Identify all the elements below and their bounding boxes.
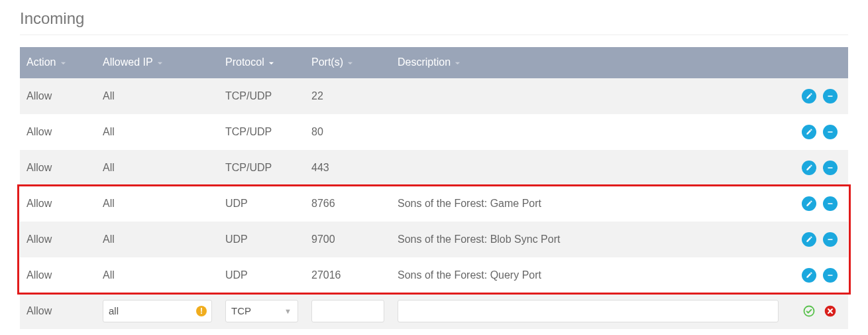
- table-row: Allow All UDP 9700 Sons of the Forest: B…: [20, 222, 848, 257]
- cell-action: Allow: [20, 78, 96, 114]
- cell-ip: All: [96, 150, 219, 186]
- description-input[interactable]: [398, 300, 779, 322]
- cell-description: Sons of the Forest: Game Port: [391, 186, 785, 222]
- cell-ports: 22: [305, 78, 391, 114]
- cell-ports: 27016: [305, 257, 391, 293]
- edit-button[interactable]: [802, 125, 816, 139]
- cell-protocol: TCP/UDP: [219, 150, 305, 186]
- remove-button[interactable]: [823, 89, 838, 103]
- section-title: Incoming: [20, 7, 848, 35]
- svg-rect-4: [828, 239, 833, 240]
- col-header-ports[interactable]: Port(s): [305, 47, 391, 78]
- cell-action: Allow: [20, 222, 96, 257]
- col-header-description-label: Description: [398, 56, 451, 68]
- caret-down-icon: [268, 57, 274, 69]
- firewall-table-wrapper: Action Allowed IP Protocol Port(s): [20, 47, 848, 329]
- cell-ip: All: [96, 114, 219, 150]
- cancel-button[interactable]: [823, 304, 838, 318]
- cell-ip: All: [96, 78, 219, 114]
- cell-action: Allow: [20, 293, 96, 329]
- edit-button[interactable]: [802, 161, 816, 175]
- remove-button[interactable]: [823, 125, 838, 139]
- remove-button[interactable]: [823, 161, 838, 175]
- cell-ports: 8766: [305, 186, 391, 222]
- remove-button[interactable]: [823, 196, 838, 211]
- cell-ports: 9700: [305, 222, 391, 257]
- remove-button[interactable]: [823, 232, 838, 247]
- col-header-action-label: Action: [27, 56, 56, 68]
- cell-ports: 443: [305, 150, 391, 186]
- col-header-actions: [785, 47, 848, 78]
- cell-action: Allow: [20, 114, 96, 150]
- table-row: Allow All TCP/UDP 80: [20, 114, 848, 150]
- cell-ip: All: [96, 186, 219, 222]
- cell-ip: All: [96, 222, 219, 257]
- svg-rect-5: [828, 275, 833, 276]
- cell-protocol: TCP/UDP: [219, 114, 305, 150]
- edit-button[interactable]: [802, 89, 816, 103]
- table-header-row: Action Allowed IP Protocol Port(s): [20, 47, 848, 78]
- caret-down-icon: [455, 57, 461, 69]
- confirm-button[interactable]: [802, 304, 816, 318]
- warn-icon: !: [196, 306, 207, 316]
- svg-rect-3: [828, 203, 833, 204]
- table-row: Allow All UDP 8766 Sons of the Forest: G…: [20, 186, 848, 222]
- cell-description: Sons of the Forest: Query Port: [391, 257, 785, 293]
- svg-rect-2: [828, 167, 833, 168]
- cell-description: [391, 78, 785, 114]
- cell-description: [391, 114, 785, 150]
- remove-button[interactable]: [823, 268, 838, 283]
- protocol-select[interactable]: [225, 300, 298, 322]
- new-rule-row: Allow ! ▼: [20, 293, 848, 329]
- col-header-description[interactable]: Description: [391, 47, 785, 78]
- cell-protocol: TCP/UDP: [219, 78, 305, 114]
- edit-button[interactable]: [802, 232, 816, 247]
- col-header-protocol[interactable]: Protocol: [219, 47, 305, 78]
- svg-rect-1: [828, 131, 833, 133]
- cell-description: [391, 150, 785, 186]
- svg-rect-0: [828, 96, 833, 97]
- table-row: Allow All TCP/UDP 443: [20, 150, 848, 186]
- caret-down-icon: [157, 57, 163, 69]
- cell-description: Sons of the Forest: Blob Sync Port: [391, 222, 785, 257]
- col-header-ip-label: Allowed IP: [103, 56, 152, 68]
- table-row: Allow All UDP 27016 Sons of the Forest: …: [20, 257, 848, 293]
- col-header-ports-label: Port(s): [311, 56, 343, 68]
- cell-protocol: UDP: [219, 222, 305, 257]
- cell-protocol: UDP: [219, 186, 305, 222]
- cell-action: Allow: [20, 186, 96, 222]
- col-header-action[interactable]: Action: [20, 47, 96, 78]
- caret-down-icon: [60, 57, 66, 69]
- table-row: Allow All TCP/UDP 22: [20, 78, 848, 114]
- edit-button[interactable]: [802, 268, 816, 283]
- ports-input[interactable]: [311, 300, 384, 322]
- firewall-rules-table: Action Allowed IP Protocol Port(s): [20, 47, 848, 329]
- col-header-ip[interactable]: Allowed IP: [96, 47, 219, 78]
- col-header-protocol-label: Protocol: [225, 56, 264, 68]
- cell-ports: 80: [305, 114, 391, 150]
- cell-ip: All: [96, 257, 219, 293]
- caret-down-icon: [347, 57, 353, 69]
- edit-button[interactable]: [802, 196, 816, 211]
- cell-action: Allow: [20, 150, 96, 186]
- cell-protocol: UDP: [219, 257, 305, 293]
- cell-action: Allow: [20, 257, 96, 293]
